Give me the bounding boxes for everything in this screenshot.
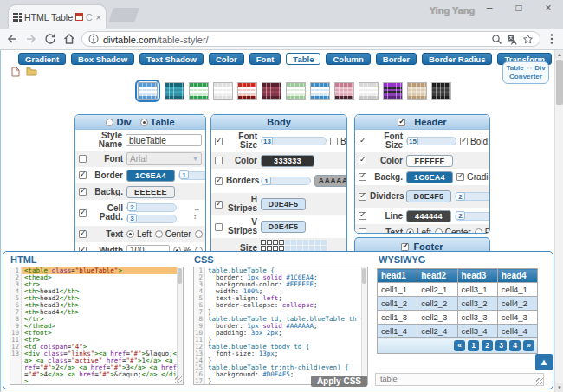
new-tab-button[interactable]	[108, 8, 139, 22]
table-style-thumbnail-11[interactable]	[383, 82, 403, 100]
line-checkbox[interactable]	[359, 212, 366, 220]
zoom-icon[interactable]	[491, 34, 502, 45]
pagination-button[interactable]: 2	[482, 340, 493, 351]
wysiwyg-cell[interactable]: cell2_3	[417, 311, 457, 325]
page-scrollbar[interactable]: ▲ ▼	[554, 50, 563, 392]
wysiwyg-cell[interactable]: cell2_1	[417, 283, 457, 297]
wysiwyg-cell[interactable]: cell1_2	[378, 297, 417, 311]
toolbar-button-text-shadow[interactable]: Text Shadow	[139, 53, 204, 65]
wysiwyg-cell[interactable]: cell4_2	[497, 297, 537, 311]
h-stripes-checkbox[interactable]	[215, 201, 223, 209]
table-style-thumbnail-13[interactable]	[431, 82, 451, 100]
h-stripes-color-swatch[interactable]: D0E4F5	[261, 198, 306, 210]
css-editor-scrollbar[interactable]	[361, 267, 367, 384]
wysiwyg-header-cell[interactable]: head2	[417, 269, 457, 283]
toolbar-button-color[interactable]: Color	[209, 53, 244, 65]
table-style-thumbnail-5[interactable]	[237, 82, 257, 100]
wysiwyg-cell[interactable]: cell4_3	[497, 311, 537, 325]
wysiwyg-cell[interactable]: cell3_3	[457, 311, 497, 325]
back-icon[interactable]	[5, 32, 19, 46]
forward-icon[interactable]	[24, 32, 38, 46]
cell-padding-h-slider[interactable]: 2	[126, 203, 177, 212]
line-color-swatch[interactable]: 444444	[406, 210, 451, 222]
table-style-thumbnail-12[interactable]	[407, 82, 427, 100]
toolbar-button-font[interactable]: Font	[249, 53, 282, 65]
wysiwyg-cell[interactable]: cell4_4	[497, 325, 537, 338]
font-select[interactable]: Arial▼	[126, 152, 202, 165]
pagination-button[interactable]: «	[454, 340, 465, 351]
table-style-thumbnail-7[interactable]	[286, 82, 306, 100]
new-file-icon[interactable]	[11, 67, 20, 76]
border-checkbox[interactable]	[79, 171, 87, 179]
toolbar-button-column[interactable]: Column	[326, 53, 370, 65]
open-folder-icon[interactable]	[26, 67, 37, 76]
home-icon[interactable]	[62, 32, 76, 46]
table-mode-radio[interactable]: Table	[140, 117, 175, 127]
border-color-swatch[interactable]: 1C6EA4	[126, 170, 175, 182]
v-stripes-checkbox[interactable]	[215, 223, 223, 231]
table-style-thumbnail-1[interactable]	[135, 80, 160, 102]
body-color-swatch[interactable]: 333333	[261, 155, 314, 167]
toolbar-button-border-radius[interactable]: Border Radius	[422, 53, 492, 65]
maximize-button[interactable]: □	[511, 2, 527, 14]
style-name-input[interactable]	[126, 134, 202, 146]
table-style-thumbnail-9[interactable]	[334, 82, 354, 100]
wysiwyg-cell[interactable]: cell1_3	[378, 311, 417, 325]
cell-padding-checkbox[interactable]	[79, 209, 87, 217]
browser-tab[interactable]: HTML Table Styler C ×	[9, 5, 106, 29]
close-button[interactable]: ×	[540, 2, 556, 14]
body-font-size-checkbox[interactable]	[215, 138, 223, 145]
wysiwyg-cell[interactable]: cell2_4	[417, 325, 457, 338]
wysiwyg-cell[interactable]: cell3_1	[457, 283, 497, 297]
apply-css-button[interactable]: Apply CSS	[311, 376, 367, 387]
wysiwyg-resize-grip[interactable]	[536, 378, 543, 385]
header-align-center-radio[interactable]: Center	[435, 228, 471, 234]
dividers-checkbox[interactable]	[359, 193, 366, 201]
cell-padding-v-slider[interactable]: 3	[126, 215, 177, 223]
scrollbar-down-icon[interactable]: ▼	[555, 383, 563, 392]
scrollbar-thumb[interactable]	[556, 60, 563, 105]
body-borders-slider[interactable]: 1	[261, 177, 311, 185]
pagination-button[interactable]: 3	[495, 340, 507, 351]
body-color-checkbox[interactable]	[215, 157, 223, 164]
header-checkbox[interactable]	[398, 119, 405, 126]
table-style-thumbnail-10[interactable]	[359, 82, 379, 100]
table-style-thumbnail-4[interactable]	[213, 82, 233, 100]
html-editor-scrollbar[interactable]	[177, 267, 183, 384]
css-code-editor[interactable]: 1table.blueTable {2 border: 1px solid #1…	[193, 267, 368, 385]
header-text-align-checkbox[interactable]	[359, 228, 366, 234]
font-checkbox[interactable]	[79, 155, 87, 163]
gradient-checkbox[interactable]: Gradient	[456, 172, 490, 182]
toolbar-button-box-shadow[interactable]: Box Shadow	[71, 53, 134, 65]
text-align-checkbox[interactable]	[79, 230, 87, 238]
wysiwyg-cell[interactable]: cell1_4	[378, 325, 417, 338]
line-width-slider[interactable]: 2	[455, 212, 490, 221]
wysiwyg-cell[interactable]: cell3_4	[457, 325, 497, 338]
toolbar-button-gradient[interactable]: Gradient	[18, 53, 66, 65]
body-bold-checkbox[interactable]: Bold	[330, 137, 347, 146]
table-style-thumbnail-2[interactable]	[165, 82, 184, 100]
header-font-size-checkbox[interactable]	[359, 138, 366, 145]
header-background-swatch[interactable]: 1C6EA4	[406, 171, 453, 183]
pagination-button[interactable]: 1	[468, 340, 479, 351]
html-code-editor[interactable]: 1<table class="blueTable">2<thead>3<tr>4…	[10, 267, 184, 385]
div-mode-radio[interactable]: Div	[106, 117, 131, 127]
footer-checkbox[interactable]	[401, 243, 409, 251]
browser-menu-icon[interactable]	[546, 32, 558, 46]
background-color-swatch[interactable]: EEEEEE	[126, 186, 175, 198]
align-center-radio[interactable]: Center	[155, 229, 191, 239]
header-color-checkbox[interactable]	[359, 157, 366, 164]
align-left-radio[interactable]: Left	[126, 229, 152, 239]
border-width-slider[interactable]: 1	[178, 171, 206, 180]
reload-icon[interactable]	[43, 32, 57, 46]
table-style-thumbnail-8[interactable]	[310, 82, 330, 100]
align-right-radio[interactable]: Right	[195, 229, 206, 239]
tab-close-icon[interactable]: ×	[96, 12, 101, 22]
translate-icon[interactable]	[507, 34, 518, 45]
html-resize-grip[interactable]	[175, 376, 182, 383]
toolbar-button-table[interactable]: Table	[286, 53, 320, 65]
dividers-width-slider[interactable]: 2	[455, 192, 490, 201]
header-background-checkbox[interactable]	[359, 173, 366, 181]
scrollbar-up-icon[interactable]: ▲	[555, 50, 563, 59]
header-align-left-radio[interactable]: Left	[406, 228, 431, 234]
